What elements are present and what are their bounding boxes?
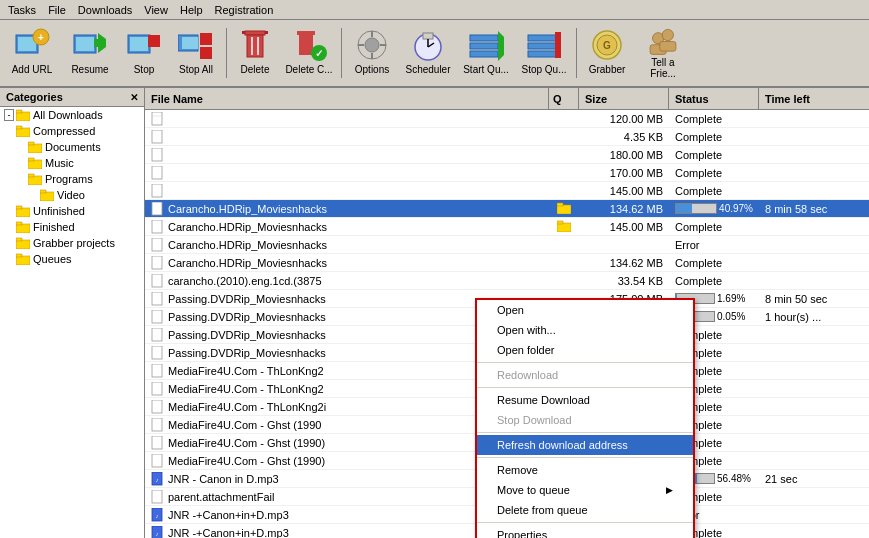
file-icon (151, 112, 165, 126)
menu-help[interactable]: Help (174, 2, 209, 18)
table-row[interactable]: 120.00 MB Complete (145, 110, 869, 128)
col-header-size[interactable]: Size (579, 88, 669, 109)
cell-size: 170.00 MB (579, 166, 669, 180)
table-row[interactable]: 180.00 MB Complete (145, 146, 869, 164)
menu-registration[interactable]: Registration (209, 2, 280, 18)
folder-icon-programs (28, 173, 42, 185)
file-icon (151, 238, 165, 252)
svg-rect-34 (470, 35, 498, 41)
cell-q (549, 262, 579, 264)
file-icon (151, 382, 165, 396)
file-icon (151, 418, 165, 432)
svg-text:♪: ♪ (156, 513, 159, 519)
svg-rect-36 (470, 51, 498, 57)
svg-text:♪: ♪ (156, 477, 159, 483)
table-row[interactable]: Carancho.HDRip_Moviesnhacks 134.62 MB Co… (145, 254, 869, 272)
cell-size: 33.54 KB (579, 274, 669, 288)
ctx-redownload: Redownload (477, 365, 693, 385)
ctx-open-with[interactable]: Open with... (477, 320, 693, 340)
ctx-resume[interactable]: Resume Download (477, 390, 693, 410)
cell-status: Complete (669, 256, 759, 270)
ctx-properties[interactable]: Properties (477, 525, 693, 538)
delete-button[interactable]: Delete (231, 24, 279, 82)
svg-rect-54 (28, 142, 34, 145)
sidebar-item-unfinished[interactable]: Unfinished (0, 203, 144, 219)
cell-filename: Carancho.HDRip_Moviesnhacks (145, 237, 549, 253)
sidebar-item-documents[interactable]: Documents (0, 139, 144, 155)
svg-marker-37 (498, 31, 504, 61)
col-header-filename[interactable]: File Name (145, 88, 549, 109)
tell-friend-label: Tell a Frie... (638, 57, 688, 79)
col-header-q[interactable]: Q (549, 88, 579, 109)
svg-rect-18 (242, 31, 245, 34)
ctx-sep1 (477, 362, 693, 363)
stop-queue-label: Stop Qu... (521, 64, 566, 75)
ctx-remove[interactable]: Remove (477, 460, 693, 480)
svg-rect-74 (152, 184, 162, 197)
sidebar-item-finished[interactable]: Finished (0, 219, 144, 235)
file-icon (151, 436, 165, 450)
resume-button[interactable]: Resume (62, 24, 118, 82)
folder-icon-finished (16, 221, 30, 233)
sidebar-item-compressed[interactable]: Compressed (0, 123, 144, 139)
sidebar-item-programs[interactable]: Programs (0, 171, 144, 187)
sidebar-close-button[interactable]: ✕ (130, 92, 138, 103)
ctx-open-folder[interactable]: Open folder (477, 340, 693, 360)
sidebar-item-music[interactable]: Music (0, 155, 144, 171)
col-header-status[interactable]: Status (669, 88, 759, 109)
ctx-open[interactable]: Open (477, 300, 693, 320)
content-area: File Name Q Size Status Time left (145, 88, 869, 538)
tell-friend-button[interactable]: Tell a Frie... (635, 24, 691, 82)
ctx-move-queue[interactable]: Move to queue ▶ (477, 480, 693, 500)
grabber-button[interactable]: G Grabber (581, 24, 633, 82)
svg-rect-93 (152, 454, 162, 467)
stop-button[interactable]: Stop (120, 24, 168, 82)
menu-file[interactable]: File (42, 2, 72, 18)
svg-rect-75 (152, 202, 162, 215)
delete-complete-button[interactable]: ✓ Delete C... (281, 24, 337, 82)
sidebar-item-queues[interactable]: Queues (0, 251, 144, 267)
start-queue-button[interactable]: Start Qu... (458, 24, 514, 82)
cell-filename (145, 183, 549, 199)
file-icon (151, 490, 165, 504)
cell-timeleft (759, 406, 869, 408)
ctx-refresh[interactable]: Refresh download address (477, 435, 693, 455)
resume-icon (72, 27, 108, 63)
folder-icon-music (28, 157, 42, 169)
menu-tasks[interactable]: Tasks (2, 2, 42, 18)
delete-complete-label: Delete C... (285, 64, 332, 75)
delete-complete-icon: ✓ (291, 27, 327, 63)
sidebar-item-grabber[interactable]: Grabber projects (0, 235, 144, 251)
sidebar-item-video[interactable]: Video (0, 187, 144, 203)
sidebar-label-unfinished: Unfinished (33, 205, 85, 217)
svg-rect-20 (297, 31, 315, 35)
table-row[interactable]: carancho.(2010).eng.1cd.(3875 33.54 KB C… (145, 272, 869, 290)
table-row[interactable]: Carancho.HDRip_Moviesnhacks Error (145, 236, 869, 254)
svg-rect-58 (28, 174, 34, 177)
svg-text:+: + (38, 32, 44, 43)
ctx-delete-queue[interactable]: Delete from queue (477, 500, 693, 520)
folder-icon-sm (557, 220, 571, 232)
table-row[interactable]: 4.35 KB Complete (145, 128, 869, 146)
table-row[interactable]: 170.00 MB Complete (145, 164, 869, 182)
svg-rect-66 (16, 238, 22, 241)
menu-view[interactable]: View (138, 2, 174, 18)
menu-downloads[interactable]: Downloads (72, 2, 138, 18)
folder-icon-compressed (16, 125, 30, 137)
scheduler-button[interactable]: Scheduler (400, 24, 456, 82)
menubar: Tasks File Downloads View Help Registrat… (0, 0, 869, 20)
table-row-selected[interactable]: Carancho.HDRip_Moviesnhacks 134.62 MB 40… (145, 200, 869, 218)
file-icon (151, 220, 165, 234)
start-queue-label: Start Qu... (463, 64, 509, 75)
stop-queue-button[interactable]: Stop Qu... (516, 24, 572, 82)
options-button[interactable]: Options (346, 24, 398, 82)
table-row[interactable]: Carancho.HDRip_Moviesnhacks 145.00 MB Co… (145, 218, 869, 236)
file-icon (151, 346, 165, 360)
add-url-button[interactable]: + Add URL (4, 24, 60, 82)
table-row[interactable]: 145.00 MB Complete (145, 182, 869, 200)
svg-rect-61 (16, 208, 30, 217)
context-menu: Open Open with... Open folder Redownload… (475, 298, 695, 538)
sidebar-item-all-downloads[interactable]: - All Downloads (0, 107, 144, 123)
col-header-timeleft[interactable]: Time left (759, 88, 869, 109)
stop-all-button[interactable]: Stop All (170, 24, 222, 82)
